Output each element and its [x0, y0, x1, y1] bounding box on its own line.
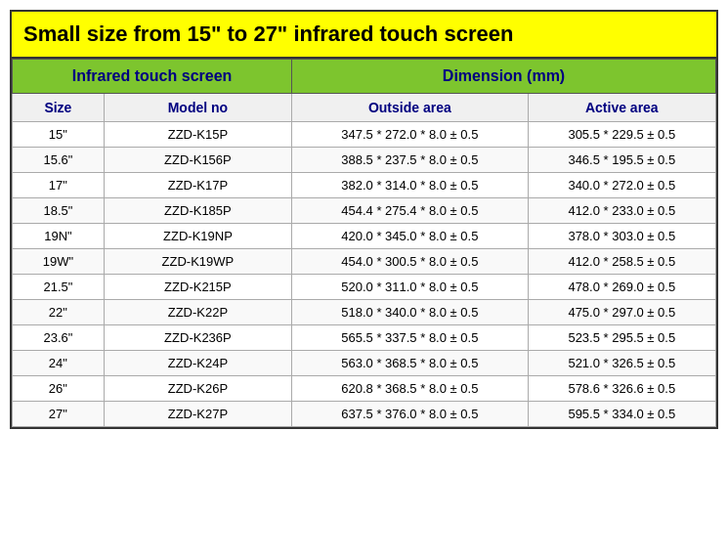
cell-size: 24": [13, 351, 105, 376]
subheader-size: Size: [13, 94, 105, 122]
cell-outside: 454.4 * 275.4 * 8.0 ± 0.5: [292, 198, 529, 224]
cell-size: 21.5": [13, 275, 105, 300]
cell-active: 412.0 * 258.5 ± 0.5: [528, 249, 715, 275]
cell-active: 305.5 * 229.5 ± 0.5: [528, 122, 715, 148]
cell-size: 17": [13, 173, 105, 198]
header-col-dimension: Dimension (mm): [292, 60, 716, 94]
cell-outside: 388.5 * 237.5 * 8.0 ± 0.5: [292, 148, 529, 173]
cell-active: 475.0 * 297.0 ± 0.5: [528, 300, 715, 325]
cell-model: ZZD-K24P: [104, 351, 291, 376]
table-row: 24"ZZD-K24P563.0 * 368.5 * 8.0 ± 0.5521.…: [13, 351, 716, 376]
cell-outside: 420.0 * 345.0 * 8.0 ± 0.5: [292, 224, 529, 249]
cell-outside: 518.0 * 340.0 * 8.0 ± 0.5: [292, 300, 529, 325]
table-row: 15"ZZD-K15P347.5 * 272.0 * 8.0 ± 0.5305.…: [13, 122, 716, 148]
cell-outside: 565.5 * 337.5 * 8.0 ± 0.5: [292, 325, 529, 351]
table-row: 15.6"ZZD-K156P388.5 * 237.5 * 8.0 ± 0.53…: [13, 148, 716, 173]
cell-model: ZZD-K26P: [104, 376, 291, 402]
cell-active: 578.6 * 326.6 ± 0.5: [528, 376, 715, 402]
header-col-infrared: Infrared touch screen: [13, 60, 292, 94]
cell-outside: 620.8 * 368.5 * 8.0 ± 0.5: [292, 376, 529, 402]
table-row: 27"ZZD-K27P637.5 * 376.0 * 8.0 ± 0.5595.…: [13, 402, 716, 427]
cell-size: 19W": [13, 249, 105, 275]
cell-outside: 347.5 * 272.0 * 8.0 ± 0.5: [292, 122, 529, 148]
table-row: 23.6"ZZD-K236P565.5 * 337.5 * 8.0 ± 0.55…: [13, 325, 716, 351]
cell-model: ZZD-K17P: [104, 173, 291, 198]
cell-size: 19N": [13, 224, 105, 249]
cell-model: ZZD-K215P: [104, 275, 291, 300]
cell-outside: 520.0 * 311.0 * 8.0 ± 0.5: [292, 275, 529, 300]
cell-active: 478.0 * 269.0 ± 0.5: [528, 275, 715, 300]
cell-outside: 382.0 * 314.0 * 8.0 ± 0.5: [292, 173, 529, 198]
cell-size: 23.6": [13, 325, 105, 351]
main-title: Small size from 15" to 27" infrared touc…: [12, 12, 716, 59]
cell-size: 15": [13, 122, 105, 148]
cell-outside: 637.5 * 376.0 * 8.0 ± 0.5: [292, 402, 529, 427]
cell-model: ZZD-K236P: [104, 325, 291, 351]
page-wrapper: Small size from 15" to 27" infrared touc…: [10, 10, 718, 429]
table-row: 17"ZZD-K17P382.0 * 314.0 * 8.0 ± 0.5340.…: [13, 173, 716, 198]
subheader-model: Model no: [104, 94, 291, 122]
header-row-1: Infrared touch screen Dimension (mm): [13, 60, 716, 94]
cell-size: 27": [13, 402, 105, 427]
cell-model: ZZD-K15P: [104, 122, 291, 148]
cell-active: 412.0 * 233.0 ± 0.5: [528, 198, 715, 224]
cell-model: ZZD-K19NP: [104, 224, 291, 249]
table-row: 22"ZZD-K22P518.0 * 340.0 * 8.0 ± 0.5475.…: [13, 300, 716, 325]
cell-model: ZZD-K19WP: [104, 249, 291, 275]
table-body: 15"ZZD-K15P347.5 * 272.0 * 8.0 ± 0.5305.…: [13, 122, 716, 427]
table-row: 26"ZZD-K26P620.8 * 368.5 * 8.0 ± 0.5578.…: [13, 376, 716, 402]
cell-size: 18.5": [13, 198, 105, 224]
cell-model: ZZD-K156P: [104, 148, 291, 173]
subheader-active: Active area: [528, 94, 715, 122]
cell-active: 523.5 * 295.5 ± 0.5: [528, 325, 715, 351]
subheader-outside: Outside area: [292, 94, 529, 122]
cell-size: 26": [13, 376, 105, 402]
cell-outside: 563.0 * 368.5 * 8.0 ± 0.5: [292, 351, 529, 376]
header-row-2: Size Model no Outside area Active area: [13, 94, 716, 122]
table-row: 21.5"ZZD-K215P520.0 * 311.0 * 8.0 ± 0.54…: [13, 275, 716, 300]
table-row: 18.5"ZZD-K185P454.4 * 275.4 * 8.0 ± 0.54…: [13, 198, 716, 224]
cell-outside: 454.0 * 300.5 * 8.0 ± 0.5: [292, 249, 529, 275]
cell-size: 15.6": [13, 148, 105, 173]
cell-model: ZZD-K27P: [104, 402, 291, 427]
cell-model: ZZD-K185P: [104, 198, 291, 224]
cell-model: ZZD-K22P: [104, 300, 291, 325]
data-table: Infrared touch screen Dimension (mm) Siz…: [12, 59, 716, 427]
cell-size: 22": [13, 300, 105, 325]
cell-active: 346.5 * 195.5 ± 0.5: [528, 148, 715, 173]
cell-active: 521.0 * 326.5 ± 0.5: [528, 351, 715, 376]
cell-active: 378.0 * 303.0 ± 0.5: [528, 224, 715, 249]
table-row: 19W"ZZD-K19WP454.0 * 300.5 * 8.0 ± 0.541…: [13, 249, 716, 275]
table-row: 19N"ZZD-K19NP420.0 * 345.0 * 8.0 ± 0.537…: [13, 224, 716, 249]
cell-active: 595.5 * 334.0 ± 0.5: [528, 402, 715, 427]
cell-active: 340.0 * 272.0 ± 0.5: [528, 173, 715, 198]
